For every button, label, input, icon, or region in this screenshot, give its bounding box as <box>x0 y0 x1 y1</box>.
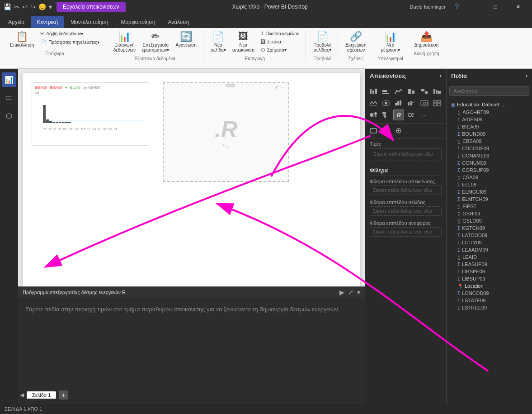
publish-button[interactable]: 📤 Δημοσίευση <box>412 30 442 49</box>
help-icon[interactable]: ? <box>455 3 459 11</box>
field-LEAADM09[interactable]: Σ LEAADM09 <box>448 246 530 253</box>
filter-viz-drop[interactable]: Σύρετε πεδία δεδομένων εδώ <box>370 186 442 195</box>
field-LATCOD09[interactable]: Σ LATCOD09 <box>448 232 530 239</box>
edit-queries-button[interactable]: ✏ Επεξεργασίαερωτημάτων▾ <box>139 30 172 54</box>
tab-analysi[interactable]: Ανάλυση <box>161 16 195 28</box>
viz-r-script[interactable]: R <box>393 109 404 120</box>
field-ELMGUI09[interactable]: Σ ELMGUI09 <box>448 188 530 195</box>
field-CDCODE09[interactable]: Σ CDCODE09 <box>448 145 530 152</box>
run-icon[interactable]: ▶ <box>339 289 344 296</box>
prev-page-icon[interactable]: ◀ <box>20 392 24 398</box>
field-AGCHRT09[interactable]: ∑ AGCHRT09 <box>448 109 530 116</box>
fields-search-input[interactable] <box>449 86 529 96</box>
viz-waterfall[interactable] <box>393 98 404 109</box>
maximize-button[interactable]: □ <box>485 0 506 14</box>
viz-python[interactable] <box>406 109 417 120</box>
image-button[interactable]: 🖼 Εικόνα <box>258 38 302 45</box>
field-BOUND09[interactable]: Σ BOUND09 <box>448 130 530 138</box>
tab-modelopoiisi[interactable]: Μοντελοποίηση <box>64 16 114 28</box>
field-BIEA09[interactable]: Σ BIEA09 <box>448 123 530 130</box>
viz-funnel[interactable] <box>381 109 391 120</box>
cut-icon[interactable]: ✂ <box>14 3 19 10</box>
focus-icon[interactable]: ⤢ <box>275 84 279 90</box>
manage-relations-button[interactable]: 🔗 Διαχείρισησχέσεων <box>343 30 369 54</box>
field-LIBSUP09[interactable]: Σ LIBSUP09 <box>448 275 530 282</box>
new-page-button[interactable]: 📄 Νέασελίδα▾ <box>208 30 229 54</box>
viz-filled-map[interactable] <box>381 98 391 109</box>
field-LONCOD09[interactable]: Σ LONCOD09 <box>448 290 530 297</box>
save-icon[interactable]: 💾 <box>4 3 11 10</box>
filter-page-drop[interactable]: Σύρετε πεδία δεδομένων εδώ <box>370 206 442 216</box>
field-CORSUP09[interactable]: Σ CORSUP09 <box>448 167 530 174</box>
fields-expand[interactable]: › <box>526 72 527 79</box>
dataset-header[interactable]: ▦ Education_Dataset_... <box>448 100 530 109</box>
refresh-button[interactable]: 🔄 Ανανέωση <box>173 30 199 49</box>
r-script-visual[interactable]: .R > _ ⤢ ··· <box>163 82 289 182</box>
resize-handle-top[interactable] <box>226 84 235 87</box>
dropdown-icon[interactable]: ▾ <box>49 3 52 10</box>
field-CBSA09[interactable]: ∑ CBSA09 <box>448 138 530 145</box>
viz-matrix[interactable] <box>432 98 443 109</box>
chart-visual[interactable]: BIEA09 BIEA09 ● ELL09 by GSH09 5M <box>32 82 149 146</box>
field-LSTATE09[interactable]: Σ LSTATE09 <box>448 297 530 304</box>
field-ELL09[interactable]: Σ ELL09 <box>448 181 530 188</box>
viz-area[interactable] <box>406 86 417 97</box>
redo-icon[interactable]: ↪ <box>30 3 36 10</box>
tab-central[interactable]: Κεντρική <box>31 16 64 28</box>
collapse-icon[interactable]: ▾ <box>357 289 360 296</box>
nav-model[interactable]: ⬡ <box>2 109 16 123</box>
viz-more[interactable]: ··· <box>419 109 430 120</box>
undo-icon[interactable]: ↩ <box>22 3 28 10</box>
text-box-button[interactable]: T Πλαίσιο κειμένου <box>258 30 302 37</box>
field-LCITY09[interactable]: Σ LCITY09 <box>448 239 530 246</box>
new-measure-button[interactable]: 📊 Νέαμέτρηση▾ <box>378 30 403 54</box>
viz-column[interactable] <box>381 86 391 97</box>
viz-analytics-icon[interactable] <box>393 125 404 136</box>
viz-map[interactable] <box>368 98 379 109</box>
viz-panel-expand[interactable]: › <box>440 72 442 79</box>
tab-arquivo[interactable]: Αρχείο <box>2 16 31 28</box>
viz-treemap[interactable] <box>368 109 379 120</box>
field-GSHI09[interactable]: ∑ GSHI09 <box>448 210 530 217</box>
viz-line[interactable] <box>393 86 404 97</box>
filter-report-drop[interactable]: Σύρετε πεδία δεδομένων εδώ <box>370 227 442 237</box>
nav-report[interactable]: 📊 <box>2 72 16 87</box>
shapes-button[interactable]: ⬡ Σχήματα▾ <box>258 46 302 54</box>
field-FIPST[interactable]: ∑ FIPST <box>448 203 530 210</box>
page-view-button[interactable]: 📄 Προβολήσελίδας▾ <box>311 30 334 54</box>
field-LEAID[interactable]: ∑ LEAID <box>448 253 530 261</box>
cut-data-button[interactable]: ✂Λήψη δεδομένων▾ <box>38 30 102 38</box>
tools-tab[interactable]: Εργαλεία απεικονίσεων <box>56 2 126 12</box>
field-AIDES09[interactable]: Σ AIDES09 <box>448 116 530 123</box>
viz-combo[interactable] <box>406 98 417 109</box>
emoji-icon[interactable]: 😊 <box>38 3 46 10</box>
viz-filter-icon[interactable] <box>381 125 391 136</box>
field-ELMTCH09[interactable]: Σ ELMTCH09 <box>448 195 530 203</box>
paste-button[interactable]: 📋 Επικόλληση <box>7 30 37 49</box>
nav-data[interactable]: 🗃 <box>2 90 16 105</box>
field-LEASUP09[interactable]: Σ LEASUP09 <box>448 261 530 268</box>
more-icon[interactable]: ··· <box>281 84 285 90</box>
expand-icon[interactable]: ⤢ <box>348 289 353 296</box>
viz-scatter[interactable] <box>419 86 430 97</box>
field-CONUM09[interactable]: Σ CONUM09 <box>448 159 530 167</box>
field-LSTREE09[interactable]: Σ LSTREE09 <box>448 304 530 311</box>
field-CONAME09[interactable]: Σ CONAME09 <box>448 152 530 159</box>
field-GSLO09[interactable]: ∑ GSLO09 <box>448 217 530 224</box>
field-Location[interactable]: 📍 Location <box>448 282 530 290</box>
field-KGTCH09[interactable]: Σ KGTCH09 <box>448 224 530 232</box>
field-CSA09[interactable]: ∑ CSA09 <box>448 174 530 181</box>
viz-pie[interactable] <box>432 86 443 97</box>
new-visual-button[interactable]: 🖼 Νέααπεικόνιση <box>230 30 257 54</box>
viz-format-icon[interactable] <box>368 125 379 136</box>
viz-gauge[interactable]: 123 <box>419 98 430 109</box>
field-LIBSPE09[interactable]: Σ LIBSPE09 <box>448 268 530 275</box>
tab-morfopoiisi[interactable]: Μορφοποίηση <box>114 16 161 28</box>
viz-bar[interactable] <box>368 86 379 97</box>
add-page-button[interactable]: + <box>59 390 68 400</box>
minimize-button[interactable]: ─ <box>462 0 483 14</box>
recent-sources-button[interactable]: 📄Πρόσφατες πηγελεύσεις▾ <box>38 38 102 46</box>
close-button[interactable]: ✕ <box>508 0 528 14</box>
import-data-button[interactable]: 📊 Εισαγωγήδεδομένων <box>111 30 138 54</box>
page-tab-1[interactable]: Σελίδα 1 <box>27 391 56 399</box>
